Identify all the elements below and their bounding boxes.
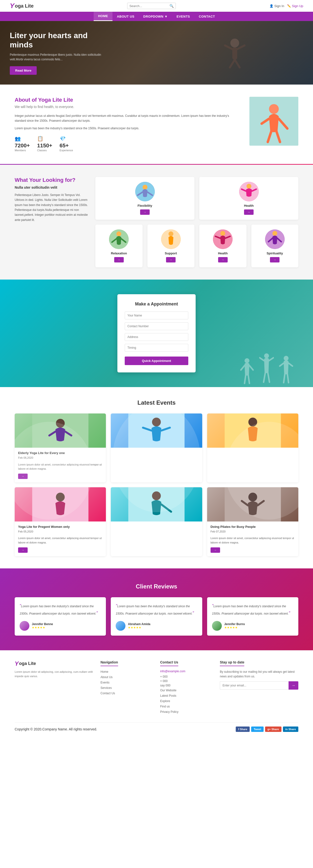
logo-text: oga Lite — [15, 3, 34, 9]
svg-point-70 — [225, 422, 313, 520]
hero-content: Liter your hearts and minds Pellentesque… — [0, 21, 122, 85]
search-input[interactable] — [130, 4, 169, 8]
header: Y oga Lite 🔍 👤 Sign In ✏️ Sign Up — [0, 0, 313, 12]
quick-appointment-button[interactable]: Quick Appointment — [125, 356, 188, 365]
address-field — [125, 333, 188, 341]
header-actions: 👤 Sign In ✏️ Sign Up — [269, 4, 303, 8]
appointment-title: Make a Appointment — [125, 302, 188, 307]
timing-input[interactable] — [125, 344, 188, 352]
appointment-form: Make a Appointment Quick Appointment — [117, 294, 196, 372]
svg-point-68 — [5, 422, 93, 520]
search-icon[interactable]: 🔍 — [169, 4, 174, 8]
hero-title: Liter your hearts and minds — [10, 31, 113, 50]
contact-number-field — [125, 322, 188, 330]
user-icon: 👤 — [269, 4, 274, 8]
search-bar: 🔍 — [127, 3, 176, 9]
contact-number-input[interactable] — [125, 322, 188, 330]
svg-point-69 — [113, 405, 200, 512]
hero-description: Pellentesque maximus Pellentesque libero… — [10, 53, 113, 62]
hero-read-more-button[interactable]: Read More — [10, 66, 37, 75]
logo[interactable]: Y oga Lite — [10, 2, 33, 10]
address-input[interactable] — [125, 333, 188, 341]
sign-in-link[interactable]: 👤 Sign In — [269, 4, 284, 8]
sign-up-link[interactable]: ✏️ Sign Up — [287, 4, 303, 8]
reviews-section: Client Reviews Lorem ipsum has been the … — [0, 568, 313, 650]
edit-icon: ✏️ — [287, 4, 291, 8]
your-name-field — [125, 312, 188, 319]
your-name-input[interactable] — [125, 312, 188, 319]
timing-field — [125, 344, 188, 352]
logo-y: Y — [10, 2, 15, 10]
